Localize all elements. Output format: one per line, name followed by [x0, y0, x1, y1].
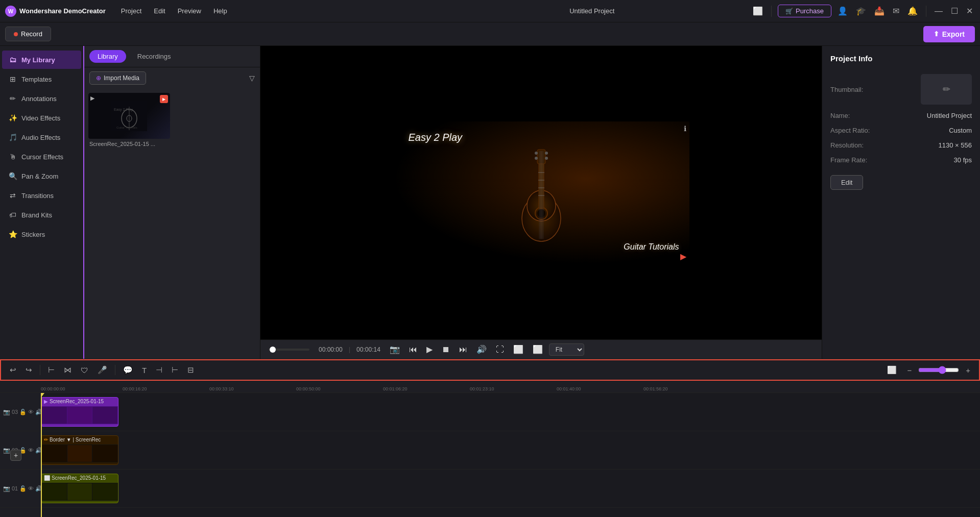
text-button[interactable]: T — [138, 364, 150, 377]
aspect-ratio-button[interactable]: ⬜ — [530, 343, 546, 356]
clip-frame — [92, 483, 117, 500]
align-left-button[interactable]: ⊣ — [152, 363, 166, 377]
bell-icon[interactable]: 🔔 — [905, 4, 920, 18]
annotations-icon: ✏ — [8, 94, 17, 103]
sidebar-item-templates[interactable]: ⊞ Templates — [2, 70, 81, 88]
track-lock-icon[interactable]: 🔓 — [19, 485, 27, 492]
sidebar-item-annotations[interactable]: ✏ Annotations — [2, 89, 81, 108]
zoom-in-button[interactable]: + — [962, 364, 974, 377]
caption-button[interactable]: 💬 — [119, 363, 136, 377]
clip-name: Border ▼ | ScreenRec — [50, 437, 101, 442]
screenshot-button[interactable]: 📷 — [387, 343, 403, 356]
add-track-button[interactable]: + — [10, 450, 21, 461]
fit-timeline-button[interactable]: ⬜ — [883, 363, 900, 377]
group-button[interactable]: ⊟ — [184, 363, 198, 377]
sidebar-item-my-library[interactable]: 🗂 My Library — [2, 51, 81, 69]
minimize-icon[interactable]: — — [933, 5, 945, 18]
sidebar-item-brand-kits[interactable]: 🏷 Brand Kits — [2, 206, 81, 224]
zoom-slider[interactable] — [918, 366, 959, 374]
project-panel: Project Info Thumbnail: ✏ Name: Untitled… — [822, 46, 980, 359]
menu-project[interactable]: Project — [116, 5, 147, 17]
record-dot-icon — [14, 32, 18, 36]
download-icon[interactable]: 📥 — [872, 4, 887, 18]
timeline-ruler: 00:00:00:00 00:00:16:20 00:00:33:10 00:0… — [0, 381, 980, 393]
tab-library[interactable]: Library — [89, 50, 126, 63]
filter-icon[interactable]: ▽ — [249, 74, 255, 82]
name-label: Name: — [830, 112, 850, 119]
menu-help[interactable]: Help — [208, 5, 232, 17]
playhead — [41, 393, 42, 517]
sidebar-item-stickers[interactable]: ⭐ Stickers — [2, 225, 81, 243]
clip-screenrec-01[interactable]: ⬜ ScreenRec_2025-01-15 — [41, 474, 118, 503]
thumbnail-label: Thumbnail: — [830, 86, 863, 93]
media-badge: ▶ — [160, 95, 168, 103]
track-visibility-icon[interactable]: 👁 — [28, 409, 34, 415]
clip-thumbnail — [41, 483, 118, 501]
track-camera-icon: 📷 — [3, 409, 10, 415]
volume-button[interactable]: 🔊 — [473, 343, 490, 356]
clip-border-02[interactable]: ✏ Border ▼ | ScreenRec — [41, 435, 118, 465]
left-sidebar: 🗂 My Library ⊞ Templates ✏ Annotations ✨… — [0, 46, 84, 359]
sidebar-item-label: Templates — [21, 76, 52, 83]
thumbnail-preview[interactable]: ✏ — [921, 74, 972, 105]
crop-button[interactable]: ⬜ — [510, 343, 527, 356]
mic-button[interactable]: 🎤 — [94, 363, 111, 377]
tab-recordings[interactable]: Recordings — [129, 50, 179, 63]
track-lock-icon[interactable]: 🔓 — [19, 409, 27, 415]
sidebar-item-transitions[interactable]: ⇄ Transitions — [2, 186, 81, 205]
stop-button[interactable]: ⏹ — [439, 343, 453, 356]
media-item-name: ScreenRec_2025-01-15 ... — [88, 139, 170, 149]
zoom-out-button[interactable]: − — [903, 364, 915, 377]
menu-preview[interactable]: Preview — [173, 5, 206, 17]
fullscreen-button[interactable]: ⛶ — [493, 343, 507, 356]
menu-edit[interactable]: Edit — [149, 5, 170, 17]
redo-button[interactable]: ↪ — [22, 363, 36, 377]
info-icon[interactable]: ℹ — [684, 125, 686, 133]
maximize-icon[interactable]: ☐ — [949, 4, 960, 18]
align-right-button[interactable]: ⊢ — [168, 363, 182, 377]
record-button[interactable]: Record — [5, 27, 51, 41]
sidebar-item-cursor-effects[interactable]: 🖱 Cursor Effects — [2, 147, 81, 166]
clip-screenrec-03[interactable]: ▶ ScreenRec_2025-01-15 — [41, 397, 118, 427]
resolution-row: Resolution: 1130 × 556 — [830, 141, 972, 149]
prev-frame-button[interactable]: ⏮ — [406, 343, 420, 356]
clip-frame — [67, 483, 92, 500]
track-visibility-icon[interactable]: 👁 — [28, 485, 34, 491]
my-library-icon: 🗂 — [8, 56, 17, 64]
track-camera-icon: 📷 — [3, 485, 10, 492]
shield-button[interactable]: 🛡 — [77, 364, 92, 377]
clip-name: ScreenRec_2025-01-15 — [50, 399, 104, 404]
preview-scrubber[interactable] — [269, 349, 309, 351]
toolbar-separator2 — [115, 365, 115, 375]
cursor-effects-icon: 🖱 — [8, 153, 17, 161]
next-frame-button[interactable]: ⏭ — [456, 343, 470, 356]
track-visibility-icon[interactable]: 👁 — [28, 447, 34, 453]
track-icons: 📷 03 🔓 👁 🔊 — [3, 409, 42, 415]
purchase-button[interactable]: Purchase — [778, 5, 831, 17]
separator2 — [926, 6, 926, 17]
sidebar-item-audio-effects[interactable]: 🎵 Audio Effects — [2, 128, 81, 146]
media-item[interactable]: Easy 2 Play Guitar Tutorials ▶ ▶ ScreenR… — [88, 93, 170, 149]
split-button[interactable]: ⊢ — [44, 363, 58, 377]
school-icon[interactable]: 🎓 — [854, 4, 868, 18]
undo-button[interactable]: ↩ — [6, 363, 20, 377]
preview-video: Easy 2 Play Guitar Tutorials ℹ ▶ — [260, 46, 822, 339]
name-value: Untitled Project — [927, 112, 972, 119]
account-icon[interactable]: 👤 — [835, 4, 850, 18]
trim-button[interactable]: ⋈ — [60, 363, 75, 377]
notification-icon[interactable]: ⬜ — [751, 4, 765, 18]
close-icon[interactable]: ✕ — [964, 4, 975, 18]
sidebar-item-video-effects[interactable]: ✨ Video Effects — [2, 109, 81, 127]
clip-annotation-icon: ✏ — [44, 437, 48, 442]
media-tabs: Library Recordings — [84, 46, 260, 67]
mail-icon[interactable]: ✉ — [891, 4, 901, 18]
import-media-button[interactable]: Import Media — [89, 71, 146, 85]
sidebar-item-pan-zoom[interactable]: 🔍 Pan & Zoom — [2, 167, 81, 185]
edit-button[interactable]: Edit — [830, 175, 863, 190]
fit-select[interactable]: Fit Fill 100% — [549, 343, 584, 356]
clip-label: ▶ ScreenRec_2025-01-15 — [41, 398, 118, 405]
stickers-icon: ⭐ — [8, 230, 17, 238]
play-button[interactable]: ▶ — [423, 343, 436, 356]
export-button[interactable]: Export — [923, 26, 975, 42]
thumbnail-edit-icon: ✏ — [943, 84, 950, 95]
